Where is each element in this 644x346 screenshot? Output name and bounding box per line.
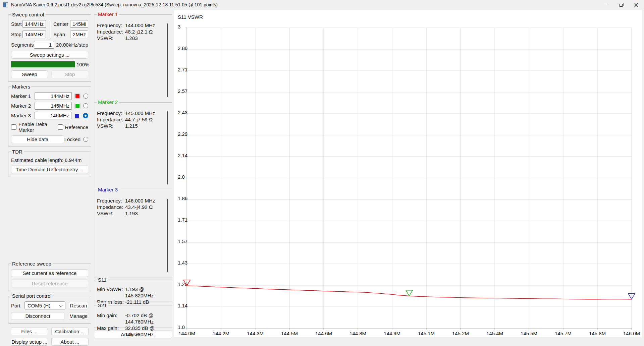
enable-delta-marker-label[interactable]: Enable Delta Marker — [18, 121, 58, 133]
set-reference-button[interactable]: Set current as reference — [11, 269, 88, 277]
sweep-progress-bar — [11, 61, 75, 67]
x-axis-tick-label: 145.5M — [521, 331, 537, 336]
marker2-triangle-icon[interactable] — [406, 290, 413, 296]
y-axis-tick-label: 2.0 — [178, 174, 185, 180]
sweep-button[interactable]: Sweep — [11, 70, 48, 78]
start-input[interactable] — [22, 20, 46, 28]
sweep-settings-button[interactable]: Sweep settings ... — [11, 51, 88, 59]
serial-port-group: Serial port control Port COM5 (H) Rescan… — [8, 296, 91, 324]
serial-port-title: Serial port control — [11, 293, 53, 299]
display-setup-button[interactable]: Display setup ... — [11, 338, 48, 346]
hide-data-button[interactable]: Hide data — [11, 135, 64, 143]
y-axis-tick-label: 2.43 — [178, 110, 187, 115]
x-axis-tick-label: 145.2M — [452, 331, 469, 336]
reset-reference-button: Reset reference — [11, 280, 88, 287]
span-input[interactable] — [70, 31, 88, 38]
y-axis-tick-label: 2.14 — [178, 153, 187, 158]
y-axis-tick-label: 1.0 — [178, 324, 185, 330]
frequency-value: 145.000 MHz — [125, 110, 169, 116]
reference-checkbox[interactable] — [58, 124, 63, 130]
impedance-label: Impedance: — [97, 116, 125, 123]
segments-input[interactable] — [34, 41, 54, 49]
x-axis-tick-label: 145.7M — [555, 331, 572, 336]
marker1-freq-input[interactable] — [35, 92, 72, 100]
step-size-text: 20.00kHz/step — [54, 42, 88, 48]
about-button[interactable]: About ... — [51, 338, 89, 346]
close-icon: × — [634, 2, 639, 8]
enable-delta-marker-checkbox[interactable] — [11, 124, 16, 130]
min-gain-value: -0.702 dB @ 144.760MHz — [125, 312, 169, 325]
locked-label[interactable]: Locked — [64, 136, 83, 142]
min-gain-label: Min gain: — [97, 312, 125, 325]
frequency-label: Frequency: — [97, 110, 125, 116]
center-input[interactable] — [70, 20, 88, 28]
markers-group: Markers Marker 1 Marker 2 Marker 3 Enabl… — [8, 86, 91, 147]
marker1-radio[interactable] — [83, 94, 88, 99]
manage-button[interactable]: Manage — [69, 312, 88, 320]
minimize-button[interactable] — [598, 0, 613, 9]
s11-vswr-curve — [187, 286, 632, 299]
vswr-label: VSWR: — [97, 35, 125, 41]
y-axis-tick-label: 2.71 — [178, 67, 187, 72]
center-label: Center — [53, 21, 70, 27]
marker1-color-button[interactable] — [74, 93, 80, 99]
sweep-divider — [49, 19, 49, 39]
x-axis-tick-label: 144.3M — [247, 331, 264, 336]
vswr-chart[interactable]: 32.862.712.572.432.292.142.01.861.711.57… — [174, 10, 642, 337]
marker1-scrollbar[interactable] — [167, 23, 168, 97]
s21-title: S21 — [97, 302, 108, 308]
calibration-button[interactable]: Calibration ... — [51, 328, 89, 335]
vswr-chart-panel[interactable]: 32.862.712.572.432.292.142.01.861.711.57… — [174, 10, 642, 337]
app-icon — [3, 2, 8, 7]
sweep-control-title: Sweep control — [11, 12, 45, 17]
marker2-color-button[interactable] — [74, 103, 80, 109]
stop-input[interactable] — [22, 31, 46, 38]
marker2-label: Marker 2 — [11, 103, 32, 109]
progress-percent-label: 100% — [75, 62, 88, 67]
segments-label: Segments — [11, 42, 34, 48]
restore-button[interactable] — [613, 0, 629, 9]
sweep-control-group: Sweep control Start Center Stop Span Seg… — [8, 14, 91, 82]
marker3-scrollbar[interactable] — [167, 199, 168, 272]
locked-radio[interactable] — [83, 137, 88, 142]
frequency-label: Frequency: — [97, 22, 125, 28]
files-button[interactable]: Files ... — [11, 328, 48, 335]
x-axis-tick-label: 144.5M — [281, 331, 298, 336]
reference-label[interactable]: Reference — [65, 124, 88, 130]
marker3-label: Marker 3 — [11, 113, 32, 118]
marker1-color-swatch — [75, 94, 79, 98]
close-button[interactable]: × — [629, 0, 644, 9]
marker2-scrollbar[interactable] — [167, 111, 168, 185]
minimize-icon — [604, 5, 607, 5]
y-axis-tick-label: 1.57 — [178, 238, 187, 244]
disconnect-button[interactable]: Disconnect — [11, 312, 64, 320]
max-gain-label: Max gain: — [97, 325, 125, 338]
marker2-freq-input[interactable] — [35, 102, 72, 110]
x-axis-tick-label: 144.6M — [315, 331, 332, 336]
port-select[interactable]: COM5 (H) — [24, 301, 65, 309]
rescan-button[interactable]: Rescan — [69, 302, 88, 309]
return-loss-value: -21.111 dB — [125, 299, 169, 305]
frequency-label: Frequency: — [97, 197, 125, 204]
frequency-value: 144.000 MHz — [125, 22, 169, 28]
min-vswr-value: 1.193 @ 145.820MHz — [125, 286, 169, 299]
left-sidebar: Sweep control Start Center Stop Span Seg… — [8, 14, 91, 346]
marker3-freq-input[interactable] — [35, 112, 71, 119]
marker2-radio[interactable] — [83, 103, 88, 108]
marker3-color-button[interactable] — [74, 113, 80, 119]
reference-sweep-group: Reference sweep Set current as reference… — [8, 264, 91, 291]
impedance-value: 48.2-j12.1 Ω — [125, 28, 169, 35]
y-axis-tick-label: 2.29 — [178, 131, 187, 137]
window-title: NanoVNA Saver 0.6.2.post1.dev2+g2f8c534 … — [11, 2, 218, 7]
s21-group: S21 Min gain: -0.702 dB @ 144.760MHz Max… — [94, 305, 172, 328]
marker2-section-title: Marker 2 — [97, 99, 119, 105]
marker-detail-panel: Marker 1 Frequency: 144.000 MHz Impedanc… — [94, 14, 172, 278]
marker-detail-column: Marker 1 Frequency: 144.000 MHz Impedanc… — [94, 14, 172, 338]
tdr-button[interactable]: Time Domain Reflectometry ... — [11, 166, 88, 173]
min-vswr-label: Min VSWR: — [97, 286, 125, 299]
marker3-radio[interactable] — [83, 113, 88, 118]
marker1-label: Marker 1 — [11, 93, 32, 99]
y-axis-tick-label: 1.86 — [178, 195, 187, 201]
chart-title: S11 VSWR — [178, 14, 203, 20]
impedance-label: Impedance: — [97, 204, 125, 210]
